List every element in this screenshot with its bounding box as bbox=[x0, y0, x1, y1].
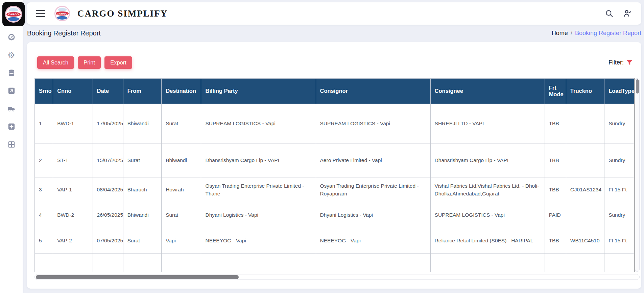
table-cell: BWD-1 bbox=[53, 104, 93, 143]
table-cell: 5 bbox=[35, 228, 53, 254]
table-cell: 3 bbox=[35, 178, 53, 202]
table-cell: Sundry bbox=[604, 202, 634, 228]
breadcrumb-home-link[interactable]: Home bbox=[552, 30, 568, 37]
table-cell bbox=[604, 254, 634, 272]
table-cell: TBB bbox=[545, 104, 566, 143]
table-cell: PAID bbox=[545, 202, 566, 228]
sidebar: ⚙ bbox=[0, 0, 23, 293]
table-cell: BWD-2 bbox=[53, 202, 93, 228]
export-button[interactable]: Export bbox=[104, 56, 132, 69]
page-title: Booking Register Report bbox=[27, 29, 101, 37]
table-cell: Bhiwandi bbox=[162, 143, 201, 178]
vertical-scrollbar-thumb[interactable] bbox=[636, 79, 639, 94]
table-column-header: Srno bbox=[35, 79, 53, 104]
table-cell: VAP-1 bbox=[53, 178, 93, 202]
table-cell: SUPREAM LOGISTICS - Vapi bbox=[316, 104, 430, 143]
content-card: All Search Print Export Filter: SrnoCnno… bbox=[27, 42, 641, 289]
vertical-scrollbar[interactable] bbox=[635, 78, 640, 272]
cargo-logo: CARGO bbox=[54, 6, 70, 21]
horizontal-scrollbar[interactable] bbox=[34, 274, 640, 280]
table-cell bbox=[545, 254, 566, 272]
hamburger-menu-icon[interactable] bbox=[36, 10, 45, 17]
grid-icon bbox=[8, 141, 15, 148]
table-cell: Dhansrishyam Cargo Llp - VAPI bbox=[201, 143, 316, 178]
filter-funnel-icon[interactable] bbox=[625, 58, 634, 66]
table-cell: TBB bbox=[545, 178, 566, 202]
table-cell: Bhiwandi bbox=[123, 202, 161, 228]
table-cell: Reliance Retail Limited (S0ES) - HARIPAL bbox=[430, 228, 545, 254]
booking-register-table: SrnoCnnoDateFromDestinationBilling Party… bbox=[34, 78, 635, 272]
truck-icon bbox=[7, 104, 16, 113]
sidebar-item-dashboard[interactable] bbox=[7, 32, 16, 42]
table-cell: TBB bbox=[545, 228, 566, 254]
sidebar-item-truck[interactable] bbox=[7, 104, 16, 113]
table-cell: Osyan Trading Enterprise Private Limited… bbox=[201, 178, 316, 202]
table-row[interactable]: 2ST-115/07/2025SuratBhiwandiDhansrishyam… bbox=[35, 143, 635, 178]
table-cell: Surat bbox=[123, 143, 161, 178]
breadcrumb-current-link[interactable]: Booking Register Report bbox=[575, 30, 641, 37]
table-cell bbox=[566, 143, 604, 178]
table-row[interactable] bbox=[35, 254, 635, 272]
table-header-row: SrnoCnnoDateFromDestinationBilling Party… bbox=[35, 79, 635, 104]
cargo-logo-text: CARGO bbox=[6, 12, 20, 17]
table-cell: SHREEJI LTD - VAPI bbox=[430, 104, 545, 143]
table-cell: 15/07/2025 bbox=[93, 143, 123, 178]
table-column-header: Consignor bbox=[316, 79, 430, 104]
table-cell: Bhiwandi bbox=[123, 104, 161, 143]
table-cell: Howrah bbox=[162, 178, 201, 202]
table-cell: Surat bbox=[162, 104, 201, 143]
table-header: SrnoCnnoDateFromDestinationBilling Party… bbox=[35, 79, 635, 104]
table-cell: ST-1 bbox=[53, 143, 93, 178]
table-cell: SUPREAM LOGISTICS - Vapi bbox=[430, 202, 545, 228]
user-check-icon[interactable] bbox=[622, 8, 633, 19]
table-cell bbox=[201, 254, 316, 272]
table-row[interactable]: 4BWD-226/05/2025BhiwandiSuratDhyani Logi… bbox=[35, 202, 635, 228]
table-cell: 08/04/2025 bbox=[93, 178, 123, 202]
table-cell: NEEEYOG - Vapi bbox=[201, 228, 316, 254]
all-search-button[interactable]: All Search bbox=[37, 56, 74, 69]
table-cell bbox=[316, 254, 430, 272]
sidebar-item-database[interactable] bbox=[7, 68, 16, 78]
table-column-header: Truckno bbox=[566, 79, 604, 104]
table-cell: NEEEYOG - Vapi bbox=[316, 228, 430, 254]
filter-label: Filter: bbox=[609, 59, 624, 66]
sidebar-item-external[interactable] bbox=[7, 86, 16, 96]
sidebar-item-settings[interactable]: ⚙ bbox=[7, 50, 16, 60]
table-cell: Dhansrishyam Cargo Llp - VAPI bbox=[430, 143, 545, 178]
app-title: CARGO SIMPLIFY bbox=[77, 8, 168, 19]
add-plus-icon bbox=[8, 123, 15, 130]
breadcrumb-row: Booking Register Report Home / Booking R… bbox=[27, 27, 641, 39]
table-cell: Sundry bbox=[604, 104, 634, 143]
search-icon[interactable] bbox=[604, 8, 614, 19]
app-logo-box[interactable]: CARGO bbox=[2, 2, 25, 26]
print-button[interactable]: Print bbox=[78, 56, 101, 69]
top-header-bar: CARGO CARGO SIMPLIFY bbox=[27, 2, 641, 25]
table-cell: 17/05/2025 bbox=[93, 104, 123, 143]
table-cell: VAP-2 bbox=[53, 228, 93, 254]
table-cell: TBB bbox=[545, 143, 566, 178]
sidebar-item-add[interactable] bbox=[7, 122, 16, 131]
table-cell bbox=[566, 202, 604, 228]
table-cell: Surat bbox=[123, 228, 161, 254]
table-column-header: Billing Party bbox=[201, 79, 316, 104]
table-cell bbox=[566, 104, 604, 143]
table-row[interactable]: 5VAP-207/05/2025SuratVapiNEEEYOG - VapiN… bbox=[35, 228, 635, 254]
settings-gear-icon: ⚙ bbox=[7, 51, 15, 59]
table-cell: Sundry bbox=[604, 143, 634, 178]
table-cell: SUPREAM LOGISTICS - Vapi bbox=[201, 104, 316, 143]
horizontal-scrollbar-thumb[interactable] bbox=[36, 275, 239, 279]
table-cell: Surat bbox=[162, 202, 201, 228]
sidebar-item-grid[interactable] bbox=[7, 140, 16, 149]
table-zone: SrnoCnnoDateFromDestinationBilling Party… bbox=[34, 78, 640, 280]
table-row[interactable]: 3VAP-108/04/2025BharuchHowrahOsyan Tradi… bbox=[35, 178, 635, 202]
table-row[interactable]: 1BWD-117/05/2025BhiwandiSuratSUPREAM LOG… bbox=[35, 104, 635, 143]
table-column-header: Frt Mode bbox=[545, 79, 566, 104]
table-cell: 07/05/2025 bbox=[93, 228, 123, 254]
table-column-header: From bbox=[123, 79, 161, 104]
table-body: 1BWD-117/05/2025BhiwandiSuratSUPREAM LOG… bbox=[35, 104, 635, 272]
table-cell: WB11C4510 bbox=[566, 228, 604, 254]
table-cell bbox=[566, 254, 604, 272]
table-column-header: Destination bbox=[162, 79, 201, 104]
table-column-header: Consignee bbox=[430, 79, 545, 104]
breadcrumb: Home / Booking Register Report bbox=[552, 30, 641, 37]
